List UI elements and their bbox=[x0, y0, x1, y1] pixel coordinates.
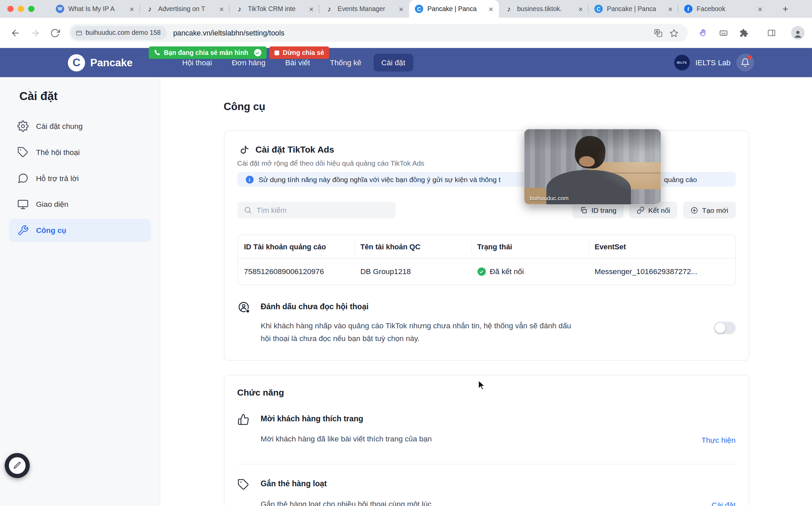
tiktok-favicon: ♪ bbox=[235, 5, 244, 13]
tab-title: Pancake | Panca bbox=[427, 5, 483, 13]
unread-toggle[interactable] bbox=[714, 322, 735, 334]
sidebar-item-label: Thẻ hội thoại bbox=[36, 148, 80, 156]
tab-advertising[interactable]: ♪ Advertising on T × bbox=[140, 0, 229, 18]
bulk-tag-action-link[interactable]: Cài đặt bbox=[712, 501, 736, 506]
extensions-row bbox=[695, 25, 805, 41]
profile-avatar[interactable] bbox=[791, 26, 805, 40]
notifications-button[interactable] bbox=[736, 54, 754, 71]
tab-business-tiktok[interactable]: ♪ business.tiktok. × bbox=[499, 0, 589, 18]
sidebar-item-reply-support[interactable]: Hỗ trợ trả lời bbox=[9, 167, 151, 190]
info-text-end: quảng cáo bbox=[664, 175, 697, 183]
functions-card: Chức năng Mời khách hàng thích trang Mời… bbox=[224, 375, 749, 506]
tab-close-icon[interactable]: × bbox=[577, 4, 585, 13]
webcam-overlay[interactable]: buihuuduc.com bbox=[524, 129, 661, 205]
hand-icon bbox=[698, 28, 707, 37]
site-chip[interactable]: buihuuduc.com demo 158 bbox=[71, 26, 167, 40]
sidebar-item-interface[interactable]: Giao diện bbox=[9, 193, 151, 216]
tab-close-icon[interactable]: × bbox=[667, 4, 674, 13]
pencil-icon bbox=[9, 457, 25, 474]
sidebar-item-tools[interactable]: Công cụ bbox=[9, 219, 151, 242]
pancake-brand[interactable]: C Pancake bbox=[68, 48, 133, 77]
translate-button[interactable] bbox=[650, 25, 666, 41]
window-minimize-button[interactable] bbox=[18, 6, 24, 12]
tabs: W What Is My IP A × ♪ Advertising on T ×… bbox=[50, 0, 768, 18]
cell-status: Đã kết nối bbox=[471, 259, 589, 285]
invite-like-icon bbox=[237, 413, 253, 444]
keyboard-extension-button[interactable] bbox=[716, 25, 731, 41]
bulk-tag-description: Gắn thẻ hàng loạt cho nhiều hội thoại cù… bbox=[261, 499, 712, 506]
tab-close-icon[interactable]: × bbox=[128, 4, 136, 13]
bell-icon bbox=[741, 58, 750, 67]
tab-events-manager[interactable]: ♪ Events Manager × bbox=[319, 0, 409, 18]
browser-toolbar: buihuuduc.com demo 158 pancake.vn/ieltsl… bbox=[0, 18, 812, 48]
address-bar[interactable]: buihuuduc.com demo 158 pancake.vn/ieltsl… bbox=[69, 24, 688, 42]
reload-button[interactable] bbox=[47, 25, 63, 41]
col-header-status: Trạng thái bbox=[471, 235, 589, 258]
sidebar-item-label: Hỗ trợ trả lời bbox=[36, 174, 79, 182]
stop-sharing-button[interactable]: Dừng chia sẻ bbox=[269, 47, 329, 59]
sidebar-item-label: Công cụ bbox=[36, 226, 66, 235]
mark-unread-title: Đánh dấu chưa đọc hội thoại bbox=[261, 301, 574, 312]
page-title: Công cụ bbox=[224, 101, 749, 113]
bookmark-button[interactable] bbox=[666, 25, 682, 41]
hand-extension-button[interactable] bbox=[695, 25, 711, 41]
side-panel-button[interactable] bbox=[763, 25, 779, 41]
search-box[interactable] bbox=[237, 202, 395, 219]
account-name[interactable]: IELTS Lab bbox=[695, 58, 731, 67]
sharing-message: Bạn đang chia sẻ màn hình bbox=[164, 49, 248, 56]
search-input[interactable] bbox=[257, 206, 389, 214]
create-new-button[interactable]: Tạo mới bbox=[683, 202, 736, 219]
new-tab-button[interactable]: + bbox=[779, 2, 792, 16]
window-zoom-button[interactable] bbox=[28, 6, 35, 12]
tab-tiktok-crm[interactable]: ♪ TikTok CRM inte × bbox=[229, 0, 319, 18]
cell-eventset: Messenger_1016629387272... bbox=[588, 259, 735, 285]
lighting bbox=[525, 129, 661, 204]
table-row[interactable]: 7585126089006120976 DB Group1218 Đã kết … bbox=[238, 259, 735, 285]
cell-account-name: DB Group1218 bbox=[354, 259, 471, 285]
col-header-account-name: Tên tài khoản QC bbox=[354, 235, 471, 258]
tab-title: Advertising on T bbox=[158, 5, 213, 13]
annotate-fab[interactable] bbox=[5, 453, 30, 478]
tab-pancake-2[interactable]: C Pancake | Panca × bbox=[589, 0, 678, 18]
window-close-button[interactable] bbox=[7, 6, 14, 12]
tab-whatismyip[interactable]: W What Is My IP A × bbox=[50, 0, 140, 18]
tab-close-icon[interactable]: × bbox=[487, 4, 495, 13]
sidebar-item-conversation-tags[interactable]: Thẻ hội thoại bbox=[9, 141, 151, 164]
cell-account-id: 7585126089006120976 bbox=[238, 259, 354, 285]
tiktok-favicon: ♪ bbox=[504, 5, 513, 13]
forward-button[interactable] bbox=[27, 25, 43, 41]
translate-icon bbox=[654, 28, 662, 37]
invite-likers-action-link[interactable]: Thực hiện bbox=[701, 436, 736, 444]
invite-likers-item: Mời khách hàng thích trang Mời khách hàn… bbox=[237, 413, 736, 444]
connected-check-icon bbox=[477, 267, 486, 276]
main-content: Công cụ Cài đặt TikTok Ads Cài đặt mở rộ… bbox=[161, 77, 812, 506]
url-text[interactable]: pancake.vn/ieltslabhn/setting/tools bbox=[173, 29, 650, 37]
back-button[interactable] bbox=[7, 25, 23, 41]
account-logo-badge[interactable]: IELTS bbox=[674, 55, 690, 71]
tiktok-note-icon bbox=[237, 143, 251, 157]
sharing-status-pill: Bạn đang chia sẻ màn hình bbox=[149, 47, 267, 59]
pancake-favicon: C bbox=[415, 5, 423, 13]
forward-icon bbox=[30, 28, 40, 38]
page-id-label: ID trang bbox=[591, 206, 616, 214]
tab-title: Pancake | Panca bbox=[607, 5, 662, 13]
sidebar-item-general-settings[interactable]: Cài đặt chung bbox=[9, 115, 151, 138]
toggle-knob bbox=[715, 323, 725, 333]
tab-facebook[interactable]: f Facebook × bbox=[678, 0, 768, 18]
screen-share-banner: Bạn đang chia sẻ màn hình Dừng chia sẻ bbox=[149, 47, 329, 59]
functions-title: Chức năng bbox=[237, 388, 736, 398]
whatismyip-favicon: W bbox=[56, 5, 64, 13]
nav-item-cai-dat[interactable]: Cài đặt bbox=[374, 54, 413, 71]
tab-close-icon[interactable]: × bbox=[397, 4, 405, 13]
tab-pancake-active[interactable]: C Pancake | Panca × bbox=[409, 0, 499, 18]
tab-close-icon[interactable]: × bbox=[756, 4, 764, 13]
tab-close-icon[interactable]: × bbox=[218, 4, 225, 13]
extensions-button[interactable] bbox=[736, 25, 751, 41]
col-header-account-id: ID Tài khoản quảng cáo bbox=[238, 235, 354, 258]
tab-close-icon[interactable]: × bbox=[308, 4, 315, 13]
tab-chip-icon bbox=[76, 29, 82, 36]
stop-sharing-label: Dừng chia sẻ bbox=[283, 49, 324, 56]
status-text: Đã kết nối bbox=[490, 267, 524, 276]
reload-icon bbox=[50, 28, 60, 38]
sidebar-item-label: Giao diện bbox=[36, 200, 68, 208]
